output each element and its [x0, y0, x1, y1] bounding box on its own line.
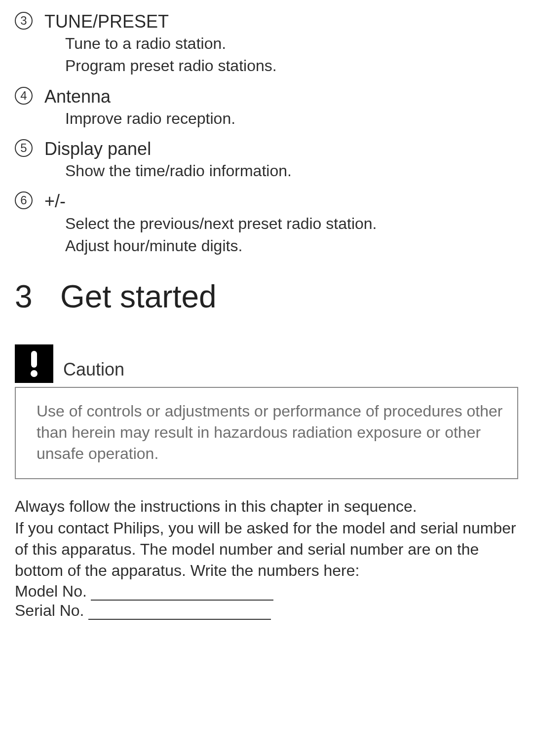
- feature-item-6: 6 +/- Select the previous/next preset ra…: [15, 190, 518, 257]
- feature-marker: 6: [15, 190, 39, 209]
- circled-number: 3: [15, 12, 33, 30]
- circled-number: 5: [15, 139, 33, 157]
- caution-text: Use of controls or adjustments or perfor…: [37, 401, 510, 465]
- feature-title: Antenna: [44, 86, 518, 107]
- feature-title: +/-: [44, 190, 518, 212]
- chapter-number: 3: [15, 278, 60, 315]
- feature-desc-line: Show the time/radio information.: [44, 160, 518, 182]
- circled-number: 6: [15, 191, 33, 209]
- feature-title: TUNE/PRESET: [44, 11, 518, 32]
- feature-item-4: 4 Antenna Improve radio reception.: [15, 86, 518, 129]
- svg-rect-0: [31, 351, 37, 368]
- feature-desc-line: Tune to a radio station.: [44, 33, 518, 54]
- feature-body: Antenna Improve radio reception.: [39, 86, 518, 129]
- feature-desc-line: Select the previous/next preset radio st…: [44, 213, 518, 234]
- manual-page: 3 TUNE/PRESET Tune to a radio station. P…: [0, 0, 533, 640]
- feature-body: Display panel Show the time/radio inform…: [39, 138, 518, 182]
- feature-marker: 5: [15, 138, 39, 157]
- feature-desc-line: Adjust hour/minute digits.: [44, 235, 518, 257]
- model-number-field: Model No.: [15, 582, 518, 601]
- feature-marker: 4: [15, 86, 39, 105]
- feature-body: TUNE/PRESET Tune to a radio station. Pro…: [39, 11, 518, 77]
- caution-label: Caution: [63, 359, 124, 383]
- caution-icon: [15, 344, 53, 383]
- feature-marker: 3: [15, 11, 39, 30]
- feature-title: Display panel: [44, 138, 518, 159]
- circled-number: 4: [15, 87, 33, 105]
- feature-item-5: 5 Display panel Show the time/radio info…: [15, 138, 518, 182]
- instruction-paragraph: If you contact Philips, you will be aske…: [15, 518, 518, 582]
- chapter-heading: 3 Get started: [15, 278, 518, 315]
- chapter-title: Get started: [60, 278, 217, 315]
- feature-body: +/- Select the previous/next preset radi…: [39, 190, 518, 257]
- feature-desc-line: Program preset radio stations.: [44, 55, 518, 76]
- instruction-line: Always follow the instructions in this c…: [15, 496, 518, 517]
- serial-number-label: Serial No.: [15, 602, 84, 620]
- feature-desc-line: Improve radio reception.: [44, 108, 518, 129]
- feature-item-3: 3 TUNE/PRESET Tune to a radio station. P…: [15, 11, 518, 77]
- caution-header: Caution: [15, 344, 518, 383]
- caution-box: Use of controls or adjustments or perfor…: [15, 387, 518, 480]
- serial-number-field: Serial No.: [15, 602, 518, 620]
- model-number-blank-line: [91, 587, 273, 601]
- model-number-label: Model No.: [15, 582, 87, 601]
- svg-point-1: [31, 370, 38, 377]
- serial-number-blank-line: [88, 606, 271, 620]
